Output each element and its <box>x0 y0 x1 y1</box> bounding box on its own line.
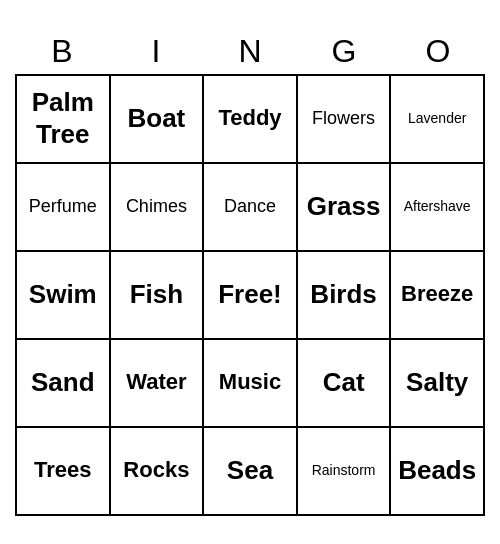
cell-r0-c1[interactable]: Boat <box>111 76 205 164</box>
cell-r0-c3[interactable]: Flowers <box>298 76 392 164</box>
bingo-header: BINGO <box>15 29 485 74</box>
cell-text: Music <box>219 369 281 395</box>
cell-r1-c0[interactable]: Perfume <box>17 164 111 252</box>
cell-r0-c0[interactable]: Palm Tree <box>17 76 111 164</box>
cell-text: Free! <box>218 279 282 310</box>
cell-r1-c1[interactable]: Chimes <box>111 164 205 252</box>
cell-r4-c4[interactable]: Beads <box>391 428 485 516</box>
header-letter: B <box>15 29 109 74</box>
cell-r3-c2[interactable]: Music <box>204 340 298 428</box>
cell-r3-c1[interactable]: Water <box>111 340 205 428</box>
bingo-grid: Palm TreeBoatTeddyFlowersLavenderPerfume… <box>15 74 485 516</box>
header-letter: O <box>391 29 485 74</box>
bingo-card: BINGO Palm TreeBoatTeddyFlowersLavenderP… <box>15 29 485 516</box>
cell-r0-c4[interactable]: Lavender <box>391 76 485 164</box>
cell-r4-c1[interactable]: Rocks <box>111 428 205 516</box>
cell-text: Cat <box>323 367 365 398</box>
cell-r4-c2[interactable]: Sea <box>204 428 298 516</box>
cell-text: Chimes <box>126 196 187 218</box>
cell-text: Breeze <box>401 281 473 307</box>
cell-text: Salty <box>406 367 468 398</box>
cell-r3-c0[interactable]: Sand <box>17 340 111 428</box>
cell-text: Sand <box>31 367 95 398</box>
cell-r3-c4[interactable]: Salty <box>391 340 485 428</box>
cell-text: Grass <box>307 191 381 222</box>
cell-text: Water <box>126 369 186 395</box>
cell-r4-c3[interactable]: Rainstorm <box>298 428 392 516</box>
cell-r2-c1[interactable]: Fish <box>111 252 205 340</box>
cell-text: Flowers <box>312 108 375 130</box>
cell-text: Trees <box>34 457 92 483</box>
cell-r2-c2[interactable]: Free! <box>204 252 298 340</box>
header-letter: G <box>297 29 391 74</box>
cell-r3-c3[interactable]: Cat <box>298 340 392 428</box>
cell-text: Dance <box>224 196 276 218</box>
cell-text: Birds <box>310 279 376 310</box>
header-letter: I <box>109 29 203 74</box>
cell-r1-c4[interactable]: Aftershave <box>391 164 485 252</box>
cell-r2-c0[interactable]: Swim <box>17 252 111 340</box>
cell-text: Perfume <box>29 196 97 218</box>
cell-text: Swim <box>29 279 97 310</box>
cell-text: Teddy <box>218 105 281 131</box>
cell-r1-c2[interactable]: Dance <box>204 164 298 252</box>
header-letter: N <box>203 29 297 74</box>
cell-r1-c3[interactable]: Grass <box>298 164 392 252</box>
cell-text: Lavender <box>408 110 466 127</box>
cell-text: Palm Tree <box>21 87 105 149</box>
cell-text: Fish <box>130 279 183 310</box>
cell-r4-c0[interactable]: Trees <box>17 428 111 516</box>
cell-r2-c3[interactable]: Birds <box>298 252 392 340</box>
cell-r2-c4[interactable]: Breeze <box>391 252 485 340</box>
cell-text: Aftershave <box>404 198 471 215</box>
cell-text: Rocks <box>123 457 189 483</box>
cell-text: Beads <box>398 455 476 486</box>
cell-r0-c2[interactable]: Teddy <box>204 76 298 164</box>
cell-text: Boat <box>128 103 186 134</box>
cell-text: Sea <box>227 455 273 486</box>
cell-text: Rainstorm <box>312 462 376 479</box>
